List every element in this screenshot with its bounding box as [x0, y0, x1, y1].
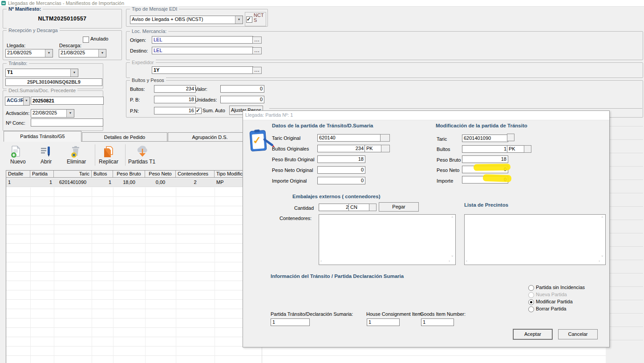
- col-header-contenedores[interactable]: Contenedores: [176, 171, 215, 178]
- open-edit-icon[interactable]: [39, 145, 53, 159]
- info-heading: Información del Tránsito / Partida Decla…: [271, 273, 404, 279]
- partida-transito-field[interactable]: 1: [271, 318, 310, 326]
- precintos-textarea[interactable]: ⌃ ⌄ ‹ ›: [464, 214, 606, 265]
- radio-borrar-partida[interactable]: [528, 306, 534, 312]
- bultos-mod-browse-button[interactable]: [524, 145, 531, 153]
- divider: [269, 108, 642, 109]
- tab-detalles-pedido[interactable]: Detalles de Pedido: [82, 132, 167, 142]
- col-header-peso-neto[interactable]: Peso Neto: [145, 171, 176, 178]
- chevron-down-icon[interactable]: ▼: [235, 16, 243, 24]
- edi-groupbox: Tipo de Mensaje EDI Aviso de Llegada + O…: [126, 9, 268, 27]
- chevron-down-icon[interactable]: ▼: [45, 49, 53, 57]
- importe-original-field[interactable]: 0: [317, 177, 365, 184]
- dialog-titlebar[interactable]: Llegada: Partida Nº: 1: [243, 111, 609, 120]
- bultos-originales-field[interactable]: 234: [317, 145, 365, 152]
- bultos-mod-field[interactable]: 1: [462, 145, 508, 153]
- bultos-mod-unit-field[interactable]: PK: [507, 145, 525, 153]
- house-consignment-field[interactable]: 1: [367, 318, 400, 326]
- bultos-originales-browse-button[interactable]: [381, 145, 390, 152]
- abrir-button[interactable]: Abrir: [41, 159, 52, 165]
- activacion-date-combo[interactable]: 22/08/2025▼: [31, 109, 74, 118]
- peso-neto-original-field[interactable]: 0: [317, 166, 365, 174]
- cloud-download-icon[interactable]: [135, 145, 150, 159]
- origen-browse-button[interactable]: ...: [252, 37, 262, 44]
- descarga-date-combo[interactable]: 21/08/2025▼: [59, 49, 106, 57]
- goods-item-label: Goods Item Number:: [420, 311, 466, 317]
- origen-field[interactable]: LEL: [152, 36, 253, 44]
- bultos-field[interactable]: 234: [154, 85, 196, 93]
- edi-message-combo[interactable]: Aviso de Llegada + OBS (NCST)▼: [130, 16, 243, 24]
- cantidad-browse-button[interactable]: [369, 204, 377, 211]
- partidas-t1-button[interactable]: Partidas T1: [128, 159, 155, 165]
- replicar-button[interactable]: Replicar: [99, 159, 118, 165]
- bultos-originales-unit-field[interactable]: PK: [365, 145, 382, 152]
- peso-bruto-field[interactable]: 18: [462, 155, 508, 163]
- eliminar-button[interactable]: Eliminar: [67, 159, 86, 165]
- nconc-field[interactable]: [31, 118, 103, 126]
- col-header-taric[interactable]: Taric: [54, 171, 92, 178]
- cantidad-label: Cantidad: [294, 205, 314, 211]
- peso-bruto-original-field[interactable]: 18: [317, 155, 365, 163]
- taric-original-browse-button[interactable]: [380, 134, 390, 142]
- valor-field[interactable]: 0: [220, 85, 264, 93]
- pn-field[interactable]: 16: [154, 107, 196, 114]
- col-header-peso-bruto[interactable]: Peso Bruto: [113, 171, 145, 178]
- expedidor-field[interactable]: 1Y: [152, 66, 253, 74]
- col-header-detalle[interactable]: Detalle: [6, 171, 30, 178]
- aceptar-button[interactable]: Aceptar: [513, 329, 552, 339]
- goods-item-field[interactable]: 1: [421, 318, 454, 326]
- tab-partidas-transito[interactable]: Partidas Tránsito/G5: [4, 131, 81, 142]
- transito-type-combo[interactable]: T1▼: [5, 69, 78, 77]
- bultos-label: Bultos:: [130, 86, 145, 92]
- radio-partida-sin-incidencias[interactable]: [528, 285, 534, 291]
- chevron-down-icon[interactable]: ▼: [98, 49, 106, 57]
- chevron-down-icon[interactable]: ▼: [23, 97, 29, 105]
- unidades-field[interactable]: 0: [220, 96, 264, 103]
- contenedores-textarea[interactable]: ⌃ ⌄ ‹ ›: [319, 214, 456, 265]
- trash-icon[interactable]: [69, 145, 82, 159]
- taric-label: Taric: [437, 136, 447, 142]
- taric-browse-button[interactable]: [507, 134, 514, 141]
- scroll-up-icon: ⌃: [600, 216, 604, 220]
- expedidor-groupbox: Expedidor 1Y ...: [126, 62, 643, 78]
- transito-groupbox: Tránsito: T1▼ 25PL301040NSQ62BL9: [3, 63, 103, 89]
- chevron-down-icon[interactable]: ▼: [70, 69, 78, 77]
- descarga-label: Descarga:: [59, 43, 81, 48]
- nuevo-button[interactable]: Nuevo: [10, 159, 26, 165]
- taric-field[interactable]: 6201401090: [462, 135, 508, 142]
- destino-browse-button[interactable]: ...: [252, 47, 262, 54]
- loc-groupbox: Loc. Mercancía: Origen: LEL ... Destino:…: [126, 31, 643, 60]
- edi-label: Tipo de Mensaje EDI: [130, 6, 179, 12]
- cantidad-field[interactable]: 2: [319, 204, 350, 211]
- scroll-up-icon: ⌃: [450, 216, 454, 220]
- sum-auto-label: Sum. Auto: [203, 108, 225, 113]
- tab-agrupacion-ds[interactable]: Agrupación D.S.: [168, 132, 252, 142]
- window-titlebar: Llegadas de Mercancías - Manifiestos de …: [0, 0, 644, 7]
- sum-auto-checkbox[interactable]: [195, 108, 202, 114]
- col-header-partida[interactable]: Partida: [30, 171, 54, 178]
- ncts-checkbox[interactable]: [246, 16, 252, 23]
- scroll-left-icon: ‹: [466, 259, 467, 263]
- cancelar-button[interactable]: Cancelar: [558, 329, 598, 339]
- pegar-button[interactable]: Pegar: [379, 202, 419, 212]
- bultos-originales-label: Bultos Originales: [272, 146, 309, 151]
- sumaria-number-field[interactable]: 20250821: [31, 97, 104, 105]
- new-document-icon[interactable]: [9, 145, 22, 159]
- taric-original-field[interactable]: 620140: [317, 134, 381, 142]
- sumaria-type-combo[interactable]: ACG:IRR▼: [5, 97, 30, 106]
- destino-field[interactable]: LEL: [152, 47, 253, 54]
- replicate-document-icon[interactable]: [102, 145, 115, 159]
- expedidor-browse-button[interactable]: ...: [252, 67, 262, 74]
- anulado-checkbox[interactable]: [83, 37, 89, 43]
- radio-label: Partida sin Incidencias: [536, 285, 585, 290]
- mrn-field[interactable]: 25PL301040NSQ62BL9: [5, 78, 102, 86]
- pb-field[interactable]: 18: [154, 96, 196, 103]
- cantidad-unit-field[interactable]: CN: [348, 204, 371, 211]
- col-header-bultos[interactable]: Bultos: [92, 171, 113, 178]
- llegada-date-combo[interactable]: 21/08/2025▼: [5, 49, 53, 57]
- importe-label: Importe: [437, 178, 453, 184]
- llegada-label: Llegada:: [7, 43, 25, 48]
- importe-original-label: Importe Original: [272, 178, 307, 184]
- chevron-down-icon[interactable]: ▼: [66, 110, 74, 117]
- radio-modificar-partida[interactable]: [528, 299, 534, 305]
